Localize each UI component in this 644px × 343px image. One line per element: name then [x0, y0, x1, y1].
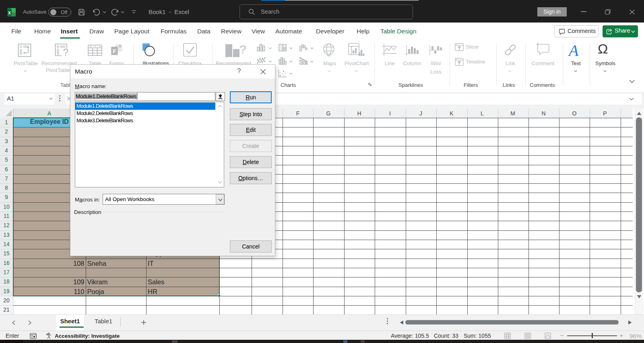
svg-text:?: ? [63, 46, 68, 57]
svg-text:X: X [8, 10, 11, 15]
svg-text:?: ? [239, 43, 246, 56]
svg-text:F: F [113, 48, 116, 54]
